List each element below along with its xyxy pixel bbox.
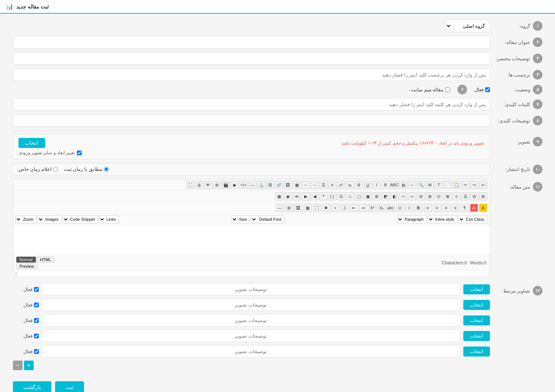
code-btn[interactable]: { } bbox=[328, 192, 336, 200]
list-num[interactable]: 1. bbox=[341, 204, 349, 212]
related-caption-input-3[interactable] bbox=[42, 314, 460, 327]
replace-btn[interactable]: ↔ bbox=[408, 181, 416, 189]
maximize-btn[interactable]: ⛶ bbox=[186, 181, 194, 189]
justify-center[interactable]: ≡ bbox=[442, 204, 450, 212]
col-btn1[interactable]: ⊞ bbox=[479, 192, 487, 200]
sup2-btn[interactable]: X² bbox=[368, 204, 376, 212]
align-right[interactable]: ▶ bbox=[302, 192, 310, 200]
keyword-desc-input[interactable] bbox=[13, 114, 490, 127]
related-active-checkbox-3[interactable] bbox=[34, 318, 39, 323]
bg-color-btn[interactable]: A bbox=[470, 204, 478, 212]
youtube-btn[interactable]: ▶ bbox=[231, 181, 239, 189]
related-caption-input-2[interactable] bbox=[42, 298, 460, 311]
col-btn8[interactable]: ⊟ bbox=[417, 192, 425, 200]
justify-full[interactable]: ≡ bbox=[424, 204, 432, 212]
sup-btn[interactable]: x² bbox=[337, 181, 345, 189]
ins-btn[interactable]: ▣ bbox=[364, 192, 372, 200]
list-bul[interactable]: • bbox=[331, 204, 339, 212]
col-btn6[interactable]: ⊡ bbox=[435, 192, 443, 200]
sub2-btn[interactable]: X₂ bbox=[378, 204, 386, 212]
quote-btn[interactable]: ❝ bbox=[319, 192, 328, 200]
related-select-btn-3[interactable]: انتخاب bbox=[463, 315, 490, 325]
hrule-btn[interactable]: — bbox=[276, 204, 284, 212]
char-btn[interactable]: Ω bbox=[337, 192, 345, 200]
color-btn[interactable]: A bbox=[479, 204, 487, 212]
publish-custom-label[interactable]: اعلام زمان خاص bbox=[18, 166, 58, 172]
media-btn[interactable]: 🎬 bbox=[222, 181, 230, 189]
remove-related-btn[interactable]: − bbox=[13, 361, 23, 370]
hr-btn[interactable]: — bbox=[248, 181, 257, 189]
indent-btn[interactable]: → bbox=[311, 181, 319, 189]
link-btn[interactable]: 🔗 bbox=[275, 181, 283, 189]
underline2-btn[interactable]: U bbox=[396, 204, 404, 212]
showhide-btn[interactable]: ◉ bbox=[284, 192, 292, 200]
publish-time-radio2[interactable] bbox=[53, 167, 58, 172]
paste-text-btn[interactable]: T bbox=[435, 181, 443, 189]
underline-btn[interactable]: U bbox=[364, 181, 372, 189]
title-input[interactable] bbox=[13, 36, 490, 48]
del-btn[interactable]: ▢ bbox=[355, 192, 363, 200]
tblfull-btn[interactable]: ⊞ bbox=[285, 204, 293, 212]
italic2-btn[interactable]: I bbox=[405, 204, 413, 212]
strike2-btn[interactable]: abc bbox=[387, 204, 395, 212]
related-select-btn-4[interactable]: انتخاب bbox=[463, 331, 490, 341]
col-btn5[interactable]: ⊠ bbox=[444, 192, 452, 200]
preview-mode-btn[interactable]: Preview bbox=[16, 263, 37, 269]
blockquote-btn[interactable]: ≫ bbox=[293, 192, 301, 200]
tbl-btn[interactable]: ▦ bbox=[275, 192, 283, 200]
related-active-checkbox-4[interactable] bbox=[34, 334, 39, 338]
justify-right[interactable]: ≡ bbox=[433, 204, 441, 212]
table-btn[interactable]: ▦ bbox=[293, 181, 301, 189]
justify-left[interactable]: ≡ bbox=[451, 204, 460, 212]
bold-btn[interactable]: B bbox=[382, 181, 390, 189]
print-btn[interactable]: 🖨 bbox=[195, 181, 203, 189]
paste-word-btn[interactable]: W bbox=[426, 181, 434, 189]
anchor-btn[interactable]: ⚓ bbox=[257, 181, 265, 189]
spell-check-btn[interactable]: ABC bbox=[390, 181, 399, 189]
pagebrk-btn[interactable]: ⊞ bbox=[373, 192, 381, 200]
group-select[interactable]: گروه اصلی bbox=[446, 20, 490, 32]
related-select-btn-5[interactable]: انتخاب bbox=[463, 347, 490, 356]
images-select[interactable]: Images bbox=[38, 215, 62, 223]
html-mode-btn[interactable]: HTML bbox=[37, 257, 54, 263]
related-caption-input-1[interactable] bbox=[42, 283, 460, 295]
keywords-input[interactable] bbox=[13, 98, 490, 111]
bold2-btn[interactable]: B bbox=[414, 204, 423, 212]
related-caption-input-5[interactable] bbox=[42, 345, 460, 358]
sub-btn[interactable]: x₂ bbox=[346, 181, 354, 189]
num-list-btn[interactable]: ≡ bbox=[328, 181, 336, 189]
editor-body[interactable] bbox=[13, 225, 490, 255]
related-select-btn-1[interactable]: انتخاب bbox=[463, 284, 490, 294]
tbl2-btn[interactable]: ▦ bbox=[304, 204, 312, 212]
links-select[interactable]: Links bbox=[99, 215, 119, 223]
rtl-btn[interactable]: ⇦ bbox=[408, 192, 416, 200]
cut-btn[interactable]: ✂ bbox=[461, 181, 470, 189]
publish-time-label[interactable]: مطابق با زمان ثبت bbox=[64, 166, 109, 172]
zoom-select[interactable]: Zoom bbox=[16, 215, 37, 223]
page-break-btn[interactable]: ⊞ bbox=[213, 181, 221, 189]
normal-mode-btn[interactable]: Normal bbox=[16, 257, 36, 263]
col-btn2[interactable]: ⊟ bbox=[470, 192, 478, 200]
redo-btn[interactable]: ↪ bbox=[470, 181, 478, 189]
related-active-checkbox-5[interactable] bbox=[34, 349, 39, 354]
outdent-btn[interactable]: ← bbox=[302, 181, 310, 189]
tags-input[interactable] bbox=[13, 68, 490, 81]
status-mime-label[interactable]: مقاله میم سایت bbox=[411, 87, 450, 92]
publish-time-radio1[interactable] bbox=[104, 167, 109, 172]
align2-btn[interactable]: ◩ bbox=[382, 192, 390, 200]
image-btn[interactable]: 🖼 bbox=[284, 181, 292, 189]
css-class-select[interactable]: Css Class bbox=[458, 215, 487, 223]
inline-style-select[interactable]: Inline style bbox=[428, 215, 457, 223]
col-btn7[interactable]: ⊞ bbox=[426, 192, 434, 200]
related-active-checkbox-1[interactable] bbox=[34, 287, 39, 292]
ltr-btn[interactable]: ⇨ bbox=[399, 192, 407, 200]
related-caption-input-4[interactable] bbox=[42, 330, 460, 342]
preview-btn[interactable]: 👁 bbox=[204, 181, 212, 189]
clearbtn[interactable]: ✖ bbox=[322, 204, 330, 212]
size-select[interactable]: Size bbox=[231, 215, 250, 223]
font-select[interactable]: Default Font bbox=[251, 215, 284, 223]
col-btn3[interactable]: ☰ bbox=[461, 192, 470, 200]
align1-btn[interactable]: ◧ bbox=[390, 192, 399, 200]
short-desc-input[interactable] bbox=[13, 52, 490, 65]
code-snippet-select[interactable]: Code Snippet bbox=[63, 215, 98, 223]
